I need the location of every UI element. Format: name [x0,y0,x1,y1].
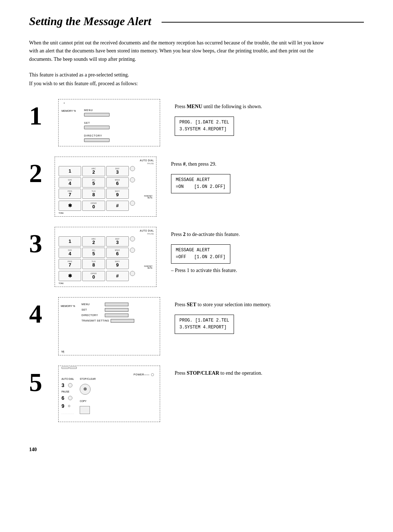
key-hash[interactable]: # [106,201,129,211]
bp-main-cols: AUTO DIAL 3 PAUSE 6 9 · · · · · · · · · [61,378,157,415]
ext-memory-label: MEMORY % [61,305,75,307]
step-1-text: Press MENU until the following is shown. [175,103,364,111]
ext-set-label: SET [82,308,103,311]
bp-circle-6[interactable] [68,396,72,400]
ext-transmit-label: TRANSMIT SETTING [82,319,109,322]
key-2b[interactable]: ABC2 [82,236,105,247]
key-9[interactable]: WXY 9 [106,189,129,199]
step-2-number: 2 [29,160,55,186]
keypad-bottom-row-b: ✱ OPER0 # [57,270,154,282]
ext-dir-label: DIRECTORY [82,314,103,316]
step-2-instructions: Press #, then press 29. MESSAGE ALERT =O… [171,157,364,193]
key-8b[interactable]: TUV8 [82,259,105,269]
set-label-text: SET [84,122,90,124]
key-5[interactable]: JKL 5 [82,177,105,188]
step-3: 3 AUTO DIAL PAUSE 1 ABC2 DEF3 GHI4 JKL5 … [29,227,364,287]
ext-transmit-row: TRANSMIT SETTING [82,319,157,323]
step-4-lcd: PROG. [1.DATE 2.TEL 3.SYSTEM 4.REPORT] [175,315,234,334]
step-2: 2 AUTO DIAL PAUSE 1 ABC 2 DEF 3 [29,157,364,217]
ext-menu-row: MENU [82,303,157,306]
handset-label: HANDSETMUTE [144,195,152,199]
stop-clear-label: STOP/CLEAR [80,378,96,380]
key-5b[interactable]: JKL5 [82,248,105,258]
key-2[interactable]: ABC 2 [82,166,105,176]
keypad-grid-3: 1 ABC2 DEF3 GHI4 JKL5 MNO6 PRS7 TUV8 WXY… [57,236,154,270]
key-star[interactable]: ✱ [59,201,81,211]
bp-dots: · · · · · · · · · · [61,413,74,415]
ext-set-row: SET [82,308,157,312]
bp-num-3: 3 [61,382,67,388]
step-5-device: POWER—— AUTO DIAL 3 PAUSE 6 [58,366,160,422]
ext-buttons: MENU SET DIRECTORY TRANSMIT SETTING [82,303,157,323]
bottom-indicator: M| [61,350,64,353]
set-btn [84,126,110,129]
step-5-text: Press STOP/CLEAR to end the operation. [175,369,364,377]
menu-buttons: MENU SET DIRECTORY [84,109,156,142]
stop-clear-btn[interactable]: ⊗ [80,384,91,395]
key-4b[interactable]: GHI4 [59,248,81,258]
key-star-b[interactable]: ✱ [59,271,81,281]
key-3[interactable]: DEF 3 [106,166,129,176]
step-3-lcd: MESSAGE ALERT =OFF [1.ON 2.OFF] [171,244,230,263]
menu-keyword: MENU [187,104,202,109]
menu-btn [84,113,110,117]
key-circle-1[interactable] [130,166,135,171]
copy-label: COPY [80,400,96,402]
feature-note-line2: If you wish to set this feature off, pro… [29,79,364,88]
feature-note: This feature is activated as a pre-selec… [29,71,364,88]
bp-left: AUTO DIAL 3 PAUSE 6 9 · · · · · · · · · [61,378,74,415]
key-3b[interactable]: DEF3 [106,236,129,247]
2-keyword: 2 [183,232,186,237]
page-title: Setting the Message Alert [29,15,364,28]
bp-num-6: 6 [61,395,67,401]
key-7[interactable]: PRS 7 [59,189,81,199]
ext-transmit-btn [111,319,134,323]
key-6[interactable]: MNO 6 [106,177,129,188]
handset-label-b: HANDSETMUTE [144,265,152,269]
copy-btn[interactable] [80,406,90,414]
key-7b[interactable]: PRS7 [59,259,81,269]
key-6b[interactable]: MNO6 [106,248,129,258]
key-0[interactable]: OPER 0 [82,201,105,211]
pause-top-label-3: PAUSE [57,233,154,235]
step-1-lcd: PROG. [1.DATE 2.TEL 3.SYSTEM 4.REPORT] [175,117,234,135]
power-row: POWER—— [61,373,154,376]
key-1b[interactable]: 1 [59,236,81,247]
key-circle-2b[interactable] [130,248,135,253]
key-9b[interactable]: WXY9 [106,259,129,269]
key-4[interactable]: GHI 4 [59,177,81,188]
steps-container: 1 • MEMORY % MENU SET DIRECTORY Press ME… [29,99,364,432]
set-keyword: SET [187,302,196,307]
key-1[interactable]: 1 [59,166,81,176]
bp-num-9: 9 [61,403,67,409]
ext-dir-btn [105,314,128,317]
key-8[interactable]: TUV 8 [82,189,105,199]
key-hash-b[interactable]: # [106,271,129,281]
handle-piece-2 [70,367,77,369]
directory-label-text: DIRECTORY [84,134,102,137]
power-text: POWER—— [134,373,150,376]
bp-dot-9 [68,405,70,407]
intro-paragraph: When the unit cannot print out the recei… [29,39,328,63]
title-underline [162,22,364,23]
ext-set-btn [105,308,128,312]
bp-circle-3[interactable] [68,383,72,387]
key-circle-3[interactable] [130,201,135,206]
step-1: 1 • MEMORY % MENU SET DIRECTORY Press ME… [29,99,364,146]
panel-dot: • [64,102,65,105]
pause-top-label: PAUSE [57,162,154,165]
key-circle-2[interactable] [130,177,135,182]
handset-area: HANDSETMUTE [130,189,152,199]
key-0b[interactable]: OPER0 [82,271,105,281]
step-1-number: 1 [29,103,55,129]
ext-dir-row: DIRECTORY [82,314,157,317]
step-5: 5 POWER—— AUTO DIAL 3 [29,366,364,422]
menu-label-text: MENU [84,109,93,111]
key-circle-3b[interactable] [130,271,135,276]
hash-keyword: # [183,161,186,167]
bp-num-9-row: 9 [61,403,74,409]
panel-handle [61,367,77,369]
stopclear-keyword: STOP/CLEAR [187,370,219,376]
key-circle-1b[interactable] [130,236,135,241]
keypad-grid: 1 ABC 2 DEF 3 GHI 4 JKL 5 [57,165,154,200]
